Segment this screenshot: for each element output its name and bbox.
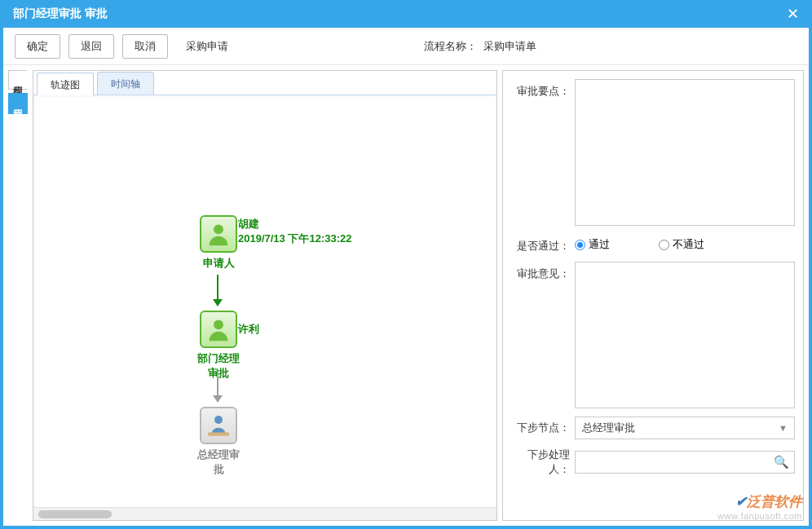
- gm-role: 总经理审批: [194, 447, 243, 477]
- next-node-value: 总经理审批: [582, 421, 635, 435]
- row-points: 审批要点：: [511, 79, 795, 226]
- points-label: 审批要点：: [511, 79, 570, 99]
- row-next-node: 下步节点： 总经理审批 ▼: [511, 417, 795, 439]
- radio-pass-no[interactable]: 不通过: [659, 237, 704, 252]
- approval-points-textarea[interactable]: [575, 79, 795, 226]
- node-applicant[interactable]: 胡建 2019/7/13 下午12:33:22 申请人: [194, 215, 243, 271]
- svg-point-2: [214, 416, 223, 424]
- radio-icon: [659, 240, 669, 250]
- next-node-label: 下步节点：: [511, 421, 570, 435]
- person-icon: [200, 215, 237, 253]
- flow-name-label: 流程名称：: [424, 39, 477, 54]
- diagram-panel: 轨迹图 时间轴 胡建 2019/7/13 下午12:33:22 申请人: [33, 70, 497, 521]
- row-pass: 是否通过： 通过 不通过: [511, 234, 795, 253]
- close-icon[interactable]: ✕: [787, 5, 799, 23]
- person-icon: [200, 311, 237, 348]
- radio-pass-yes[interactable]: 通过: [575, 237, 610, 252]
- chevron-down-icon: ▼: [779, 423, 788, 433]
- horizontal-scrollbar[interactable]: [33, 507, 496, 520]
- next-node-select[interactable]: 总经理审批 ▼: [575, 417, 795, 439]
- body-area: 流程图 流程记录 轨迹图 时间轴 胡建 2019/7/: [3, 65, 809, 526]
- tab-timeline[interactable]: 时间轴: [97, 72, 154, 95]
- arrow-2: [213, 371, 223, 403]
- diagram-scroll[interactable]: 胡建 2019/7/13 下午12:33:22 申请人: [33, 95, 496, 507]
- tab-trace[interactable]: 轨迹图: [37, 73, 94, 95]
- pass-label: 是否通过：: [511, 234, 570, 253]
- next-handler-label: 下步处理人：: [511, 447, 570, 477]
- approval-form-panel: 审批要点： 是否通过： 通过 不通过 审批意见：: [502, 70, 804, 521]
- row-next-handler: 下步处理人： 🔍: [511, 447, 795, 477]
- applicant-name: 胡建: [238, 217, 351, 231]
- applicant-time: 2019/7/13 下午12:33:22: [238, 231, 351, 246]
- inner-tabs: 轨迹图 时间轴: [33, 71, 496, 95]
- arrow-1: [213, 275, 223, 306]
- opinion-label: 审批意见：: [511, 262, 570, 281]
- left-vertical-tabs: 流程图 流程记录: [8, 70, 28, 521]
- approval-opinion-textarea[interactable]: [575, 262, 795, 408]
- radio-icon: [575, 240, 585, 250]
- pass-radio-group: 通过 不通过: [575, 234, 795, 252]
- svg-point-1: [214, 320, 223, 329]
- ok-button[interactable]: 确定: [15, 34, 60, 59]
- radio-pass-yes-label: 通过: [589, 237, 610, 252]
- scrollbar-thumb[interactable]: [38, 510, 112, 518]
- person-desk-icon: [200, 407, 237, 444]
- applicant-role: 申请人: [194, 256, 243, 271]
- tab-flow-diagram[interactable]: 流程图: [8, 70, 28, 90]
- next-handler-search[interactable]: 🔍: [575, 451, 795, 474]
- approval-modal: 部门经理审批 审批 ✕ 确定 退回 取消 采购申请 流程名称： 采购申请单 流程…: [0, 0, 812, 529]
- cancel-button[interactable]: 取消: [122, 34, 168, 59]
- title-bar: 部门经理审批 审批 ✕: [3, 0, 809, 28]
- search-icon[interactable]: 🔍: [774, 455, 789, 469]
- row-opinion: 审批意见：: [511, 262, 795, 408]
- toolbar: 确定 退回 取消 采购申请 流程名称： 采购申请单: [3, 28, 809, 65]
- svg-rect-3: [208, 433, 229, 436]
- modal-title: 部门经理审批 审批: [13, 7, 108, 21]
- tab-flow-record[interactable]: 流程记录: [8, 93, 28, 114]
- dept-manager-name: 许利: [238, 322, 259, 337]
- svg-point-0: [214, 224, 223, 234]
- workflow-type-label: 采购申请: [186, 39, 228, 54]
- flow-name-value: 采购申请单: [483, 39, 536, 54]
- node-applicant-info: 胡建 2019/7/13 下午12:33:22: [238, 217, 351, 246]
- node-general-manager[interactable]: 总经理审批: [194, 407, 243, 477]
- diagram-canvas: 胡建 2019/7/13 下午12:33:22 申请人: [35, 97, 496, 507]
- return-button[interactable]: 退回: [68, 34, 114, 59]
- radio-pass-no-label: 不通过: [673, 237, 704, 252]
